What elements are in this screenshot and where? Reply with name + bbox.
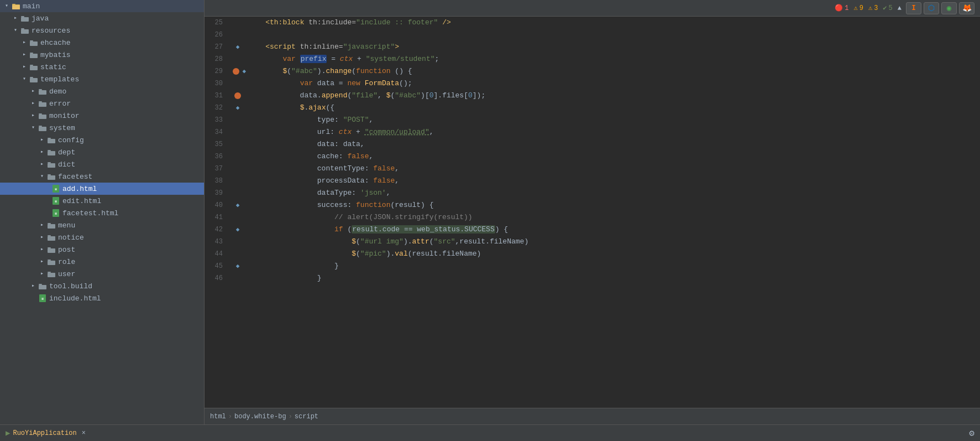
sidebar-label-system: system bbox=[49, 124, 75, 132]
warn-icon-2: ⚠ bbox=[868, 4, 872, 12]
gutter-33 bbox=[229, 114, 246, 126]
sidebar-item-edit-html[interactable]: H edit.html bbox=[0, 195, 204, 207]
svg-rect-47 bbox=[39, 284, 42, 285]
toolbar-right: 🔴 1 ⚠ 9 ⚠ 3 ✔ 5 ▲ I ⬡ bbox=[835, 2, 974, 14]
code-line-28: 28 var prefix = ctx + "system/student"; bbox=[205, 53, 980, 65]
gutter-43 bbox=[229, 236, 246, 248]
code-line-26: 26 bbox=[205, 29, 980, 41]
code-editor[interactable]: 25 <th:block th:include="include :: foot… bbox=[205, 17, 980, 408]
code-text-45: } bbox=[246, 260, 980, 272]
code-line-25: 25 <th:block th:include="include :: foot… bbox=[205, 17, 980, 29]
bookmark-42: ◆ bbox=[236, 224, 240, 236]
svg-rect-40 bbox=[48, 236, 55, 241]
line-num-34: 34 bbox=[205, 126, 229, 138]
folder-icon-java bbox=[20, 14, 30, 23]
code-line-37: 37 contentType: false, bbox=[205, 163, 980, 175]
gutter-25 bbox=[229, 17, 246, 29]
line-num-46: 46 bbox=[205, 272, 229, 284]
sidebar-label-mybatis: mybatis bbox=[40, 51, 71, 59]
line-num-42: 42 bbox=[205, 224, 229, 236]
code-text-35: data: data, bbox=[246, 138, 980, 151]
sidebar-item-resources[interactable]: resources bbox=[0, 24, 204, 37]
line-num-25: 25 bbox=[205, 17, 229, 29]
breadcrumb-html: html bbox=[210, 413, 226, 421]
line-num-27: 27 bbox=[205, 41, 229, 53]
line-num-33: 33 bbox=[205, 114, 229, 126]
code-line-30: 30 var data = new FormData(); bbox=[205, 77, 980, 90]
browser-btn-edge[interactable]: ⬡ bbox=[924, 2, 939, 14]
sidebar-item-java[interactable]: java bbox=[0, 12, 204, 24]
sidebar-item-system[interactable]: system bbox=[0, 122, 204, 134]
status-bar: html › body.white-bg › script bbox=[205, 408, 980, 424]
sidebar-label-user: user bbox=[58, 270, 75, 278]
svg-rect-16 bbox=[39, 90, 46, 95]
gutter-39 bbox=[229, 187, 246, 199]
browser-icons: I ⬡ ◉ 🦊 bbox=[906, 2, 974, 14]
arrow-demo bbox=[29, 87, 38, 96]
svg-rect-6 bbox=[21, 29, 29, 34]
folder-icon-menu bbox=[46, 221, 56, 230]
sidebar-item-user[interactable]: user bbox=[0, 268, 204, 280]
folder-icon-mybatis bbox=[29, 50, 39, 59]
folder-icon-system bbox=[38, 123, 48, 132]
warn-icon-1: ⚠ bbox=[853, 4, 857, 12]
sidebar-item-role[interactable]: role bbox=[0, 256, 204, 268]
sidebar-item-add-html[interactable]: H add.html bbox=[0, 183, 204, 195]
sidebar-item-templates[interactable]: templates bbox=[0, 73, 204, 85]
sidebar-label-config: config bbox=[58, 136, 84, 144]
line-num-43: 43 bbox=[205, 236, 229, 248]
browser-btn-firefox[interactable]: 🦊 bbox=[959, 2, 974, 14]
code-text-36: cache: false, bbox=[246, 151, 980, 163]
collapse-icon: ▲ bbox=[898, 4, 902, 12]
sidebar-item-facetest-html[interactable]: H facetest.html bbox=[0, 207, 204, 219]
line-num-41: 41 bbox=[205, 211, 229, 224]
svg-rect-46 bbox=[48, 273, 55, 277]
svg-rect-12 bbox=[30, 66, 38, 70]
code-text-25: <th:block th:include="include :: footer"… bbox=[246, 17, 980, 29]
sidebar-item-dept[interactable]: dept bbox=[0, 146, 204, 158]
gear-button[interactable]: ⚙ bbox=[969, 428, 974, 439]
arrow-main bbox=[2, 2, 11, 11]
sidebar-item-error[interactable]: error bbox=[0, 97, 204, 110]
sidebar-label-dept: dept bbox=[58, 148, 75, 157]
sidebar-item-mybatis[interactable]: mybatis bbox=[0, 49, 204, 61]
sidebar-item-main[interactable]: main bbox=[0, 0, 204, 12]
svg-rect-4 bbox=[21, 17, 29, 22]
sidebar-item-demo[interactable]: demo bbox=[0, 85, 204, 97]
folder-icon-post bbox=[46, 245, 56, 254]
file-icon-include-html: H bbox=[38, 294, 48, 303]
code-text-38: processData: false, bbox=[246, 175, 980, 187]
folder-icon-monitor bbox=[38, 111, 48, 120]
code-line-27: 27 ◆ <script th:inline="javascript"> bbox=[205, 41, 980, 53]
sidebar-item-include-html[interactable]: H include.html bbox=[0, 292, 204, 304]
svg-rect-29 bbox=[48, 174, 51, 175]
sidebar-item-notice[interactable]: notice bbox=[0, 231, 204, 243]
code-text-27: <script th:inline="javascript"> bbox=[246, 41, 980, 53]
sidebar-item-post[interactable]: post bbox=[0, 243, 204, 256]
sidebar-item-monitor[interactable]: monitor bbox=[0, 110, 204, 122]
sidebar-item-ehcache[interactable]: ehcache bbox=[0, 37, 204, 49]
line-num-38: 38 bbox=[205, 175, 229, 187]
sidebar-item-dict[interactable]: dict bbox=[0, 158, 204, 170]
code-line-45: 45 ◆ } bbox=[205, 260, 980, 272]
folder-icon-templates bbox=[29, 75, 39, 84]
editor-toolbar: 🔴 1 ⚠ 9 ⚠ 3 ✔ 5 ▲ I ⬡ bbox=[205, 0, 980, 17]
arrow-config bbox=[38, 136, 46, 144]
error-count: 1 bbox=[845, 4, 848, 12]
browser-btn-chrome[interactable]: ◉ bbox=[941, 2, 957, 14]
sidebar-item-menu[interactable]: menu bbox=[0, 219, 204, 231]
close-tab-btn[interactable]: × bbox=[82, 429, 86, 437]
code-line-46: 46 } bbox=[205, 272, 980, 284]
sidebar-item-facetest[interactable]: facetest bbox=[0, 170, 204, 183]
svg-rect-41 bbox=[48, 247, 51, 248]
sidebar-label-edit-html: edit.html bbox=[62, 197, 101, 205]
browser-btn-1[interactable]: I bbox=[906, 2, 921, 14]
gutter-42: ◆ bbox=[229, 224, 246, 236]
breadcrumb: html › body.white-bg › script bbox=[210, 413, 318, 421]
folder-icon-config bbox=[46, 136, 56, 144]
svg-rect-30 bbox=[48, 175, 55, 180]
sidebar-item-config[interactable]: config bbox=[0, 134, 204, 146]
svg-rect-42 bbox=[48, 248, 55, 253]
sidebar-item-static[interactable]: static bbox=[0, 61, 204, 73]
sidebar-item-tool-build[interactable]: tool.build bbox=[0, 280, 204, 292]
